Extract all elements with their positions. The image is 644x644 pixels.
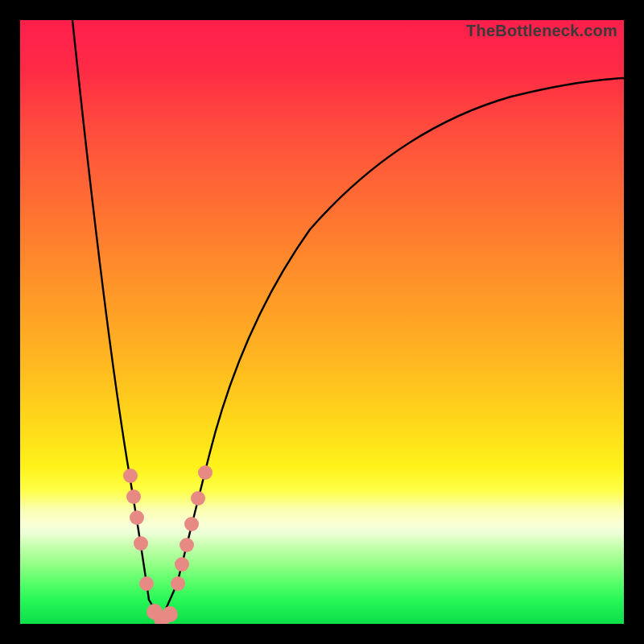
data-dot <box>198 465 213 480</box>
data-dot <box>171 576 185 591</box>
data-dot <box>191 491 205 506</box>
curve-left-branch <box>72 20 161 620</box>
data-dot <box>134 536 148 551</box>
data-dot <box>123 469 138 483</box>
data-dot <box>184 517 199 531</box>
data-dot <box>162 606 178 622</box>
data-dot <box>139 576 154 591</box>
curve-right-branch <box>161 78 624 620</box>
data-dot <box>175 557 189 572</box>
data-dot <box>126 489 141 504</box>
plot-area: TheBottleneck.com <box>20 20 624 624</box>
watermark-text: TheBottleneck.com <box>466 22 617 40</box>
data-dot <box>180 538 194 552</box>
bottleneck-curve <box>20 20 624 624</box>
chart-frame: TheBottleneck.com <box>0 0 644 644</box>
data-dot <box>130 510 144 525</box>
